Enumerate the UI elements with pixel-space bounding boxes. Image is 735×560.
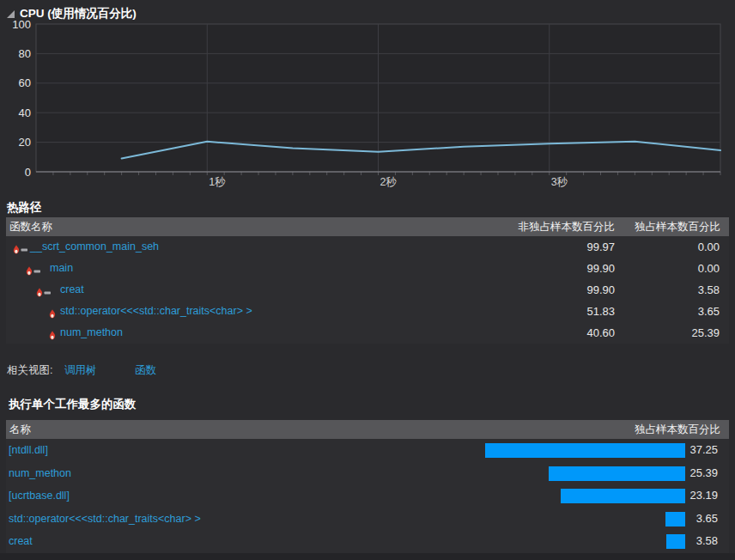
top-function-row[interactable]: [ucrtbase.dll] 23.19 (6, 484, 729, 507)
cpu-usage-chart[interactable]: 0204060801001秒2秒3秒 (0, 19, 735, 191)
exclusive-samples-cell: 25.39 (691, 322, 720, 344)
inclusive-samples-cell: 99.90 (586, 258, 615, 279)
function-name-link[interactable]: num_methon (60, 322, 123, 344)
exclusive-samples-cell: 3.58 (696, 530, 718, 552)
x-tick-label: 3秒 (551, 176, 568, 188)
related-views-label: 相关视图: (7, 362, 52, 378)
top-function-row[interactable]: creat 3.58 (6, 530, 729, 552)
hot-path-row[interactable]: creat 99.90 3.58 (6, 279, 729, 301)
inclusive-samples-cell: 40.60 (586, 322, 615, 344)
related-views-bar: 相关视图: 调用树 函数 (0, 362, 735, 378)
column-header-name[interactable]: 名称 (9, 420, 31, 439)
top-function-row[interactable]: num_methon 25.39 (6, 462, 729, 484)
y-tick-label: 80 (19, 47, 31, 60)
y-tick-label: 60 (19, 76, 31, 89)
hot-path-row[interactable]: std::operator<<<std::char_traits<char> >… (6, 301, 729, 322)
function-name-link[interactable]: std::operator<<<std::char_traits<char> > (60, 301, 252, 322)
samples-bar (666, 534, 685, 549)
flame-icon (47, 327, 58, 349)
function-name-link[interactable]: __scrt_common_main_seh (30, 236, 159, 258)
function-name-link[interactable]: [ucrtbase.dll] (9, 484, 70, 507)
samples-bar (665, 512, 685, 527)
call-tree-link[interactable]: 调用树 (64, 362, 97, 378)
exclusive-samples-cell: 0.00 (698, 236, 720, 258)
function-name-link[interactable]: std::operator<<<std::char_traits<char> > (9, 508, 201, 530)
samples-bar (561, 489, 685, 503)
exclusive-samples-cell: 0.00 (698, 258, 720, 279)
hot-path-row[interactable]: __scrt_common_main_seh 99.97 0.00 (6, 236, 729, 258)
exclusive-samples-cell: 3.65 (696, 508, 718, 530)
hot-path-rows: __scrt_common_main_seh 99.97 0.00 main 9… (6, 236, 729, 344)
exclusive-samples-cell: 25.39 (689, 462, 718, 484)
x-tick-label: 2秒 (380, 176, 398, 188)
column-header-inclusive-samples[interactable]: 非独占样本数百分比 (519, 217, 616, 236)
column-header-exclusive-samples[interactable]: 独占样本数百分比 (635, 217, 720, 236)
y-tick-label: 20 (19, 136, 31, 149)
hot-path-table-header: 函数名称 非独占样本数百分比 独占样本数百分比 (6, 217, 729, 236)
column-header-exclusive-samples[interactable]: 独占样本数百分比 (635, 420, 720, 439)
function-name-link[interactable]: creat (9, 530, 33, 552)
hot-path-row[interactable]: main 99.90 0.00 (6, 258, 729, 279)
exclusive-samples-cell: 3.65 (698, 301, 720, 322)
y-tick-label: 0 (25, 166, 31, 179)
exclusive-samples-cell: 3.58 (698, 279, 720, 301)
top-functions-rows: [ntdll.dll] 37.25 num_methon 25.39 [ucrt… (6, 439, 729, 553)
top-function-row[interactable]: [ntdll.dll] 37.25 (6, 439, 729, 461)
y-tick-label: 100 (12, 19, 31, 31)
function-name-link[interactable]: [ntdll.dll] (9, 439, 48, 461)
samples-bar (485, 443, 685, 458)
hot-path-title: 热路径 (7, 200, 42, 216)
inclusive-samples-cell: 99.90 (586, 279, 615, 301)
column-header-function-name[interactable]: 函数名称 (9, 217, 52, 236)
inclusive-samples-cell: 99.97 (586, 236, 615, 258)
function-name-link[interactable]: num_methon (9, 462, 71, 484)
top-function-row[interactable]: std::operator<<<std::char_traits<char> >… (6, 508, 729, 530)
exclusive-samples-cell: 23.19 (689, 484, 718, 507)
top-functions-table-header: 名称 独占样本数百分比 (6, 420, 729, 439)
samples-bar (549, 466, 685, 481)
y-tick-label: 40 (19, 107, 31, 119)
x-tick-label: 1秒 (209, 176, 226, 188)
bottom-edge (0, 553, 735, 560)
exclusive-samples-cell: 37.25 (689, 439, 718, 461)
collapse-triangle-icon[interactable] (7, 10, 15, 18)
top-functions-title: 执行单个工作最多的函数 (9, 397, 137, 412)
function-name-link[interactable]: main (50, 258, 73, 279)
cpu-usage-report: CPU (使用情况百分比) 0204060801001秒2秒3秒 热路径 函数名… (0, 0, 735, 560)
hot-path-row[interactable]: num_methon 40.60 25.39 (6, 322, 729, 344)
functions-link[interactable]: 函数 (135, 362, 156, 378)
inclusive-samples-cell: 51.83 (586, 301, 615, 322)
function-name-link[interactable]: creat (60, 279, 84, 301)
